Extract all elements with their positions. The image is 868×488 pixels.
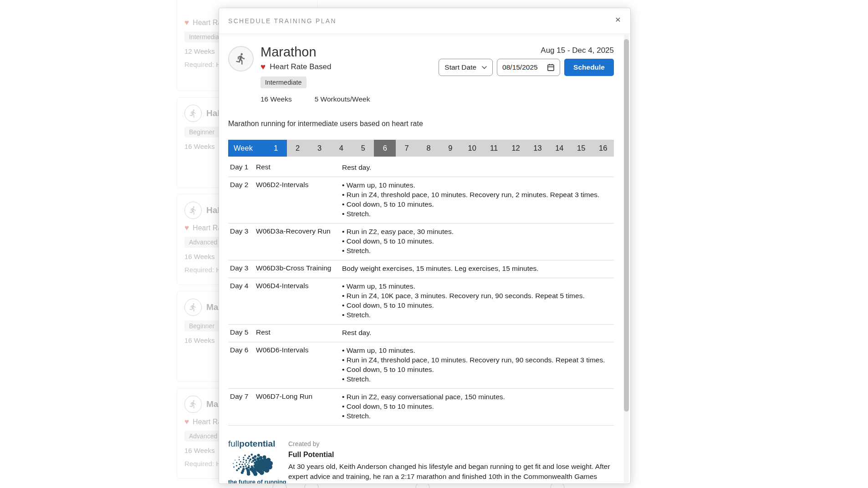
day-cell: Day 3 [230, 264, 256, 274]
creator-bio: At 30 years old, Keith Anderson changed … [288, 462, 614, 484]
plan-avatar [228, 46, 254, 71]
week-tab-13[interactable]: 13 [527, 140, 549, 157]
description-line: • Cool down, 5 to 10 minutes. [342, 402, 614, 411]
schedule-button[interactable]: Schedule [564, 59, 614, 76]
background-weeks: 16 Weeks [184, 336, 214, 344]
week-tab-9[interactable]: 9 [439, 140, 461, 157]
week-tab-14[interactable]: 14 [548, 140, 570, 157]
description-line: • Cool down, 5 to 10 minutes. [342, 200, 614, 208]
spiral-dots-logo-icon [228, 451, 276, 478]
week-label: Week [228, 140, 265, 157]
background-weeks: 16 Weeks [184, 142, 214, 150]
week-tab-2[interactable]: 2 [287, 140, 309, 157]
table-row: Day 1RestRest day. [228, 159, 614, 177]
week-tab-1[interactable]: 1 [265, 140, 287, 157]
modal-scrollbar-thumb[interactable] [624, 39, 629, 412]
week-tab-15[interactable]: 15 [570, 140, 592, 157]
week-tab-4[interactable]: 4 [331, 140, 352, 157]
created-by-label: Created by [288, 440, 614, 447]
plan-title: Marathon [260, 45, 370, 60]
background-weeks: 12 Weeks [184, 47, 214, 55]
start-date-input[interactable]: 08/15/2025 [497, 59, 560, 76]
day-cell: Day 3 [230, 227, 256, 256]
plan-summary-row: Marathon ♥ Heart Rate Based Intermediate… [228, 45, 614, 103]
description-line: Rest day. [342, 328, 614, 337]
modal-scrollbar-track[interactable] [624, 35, 629, 483]
description-line: Body weight exercises, 15 minutes. Leg e… [342, 264, 614, 273]
week-tab-12[interactable]: 12 [505, 140, 527, 157]
table-row: Day 3W06D3b-Cross TrainingBody weight ex… [228, 260, 614, 278]
plan-frequency: 5 Workouts/Week [315, 95, 370, 103]
fullpotential-logo: fullpotential the future of running www.… [228, 439, 279, 484]
workout-name-cell: W06D7-Long Run [256, 392, 342, 421]
plan-table: Day 1RestRest day.Day 2W06D2-Intervals• … [228, 159, 614, 426]
table-row: Day 2W06D2-Intervals• Warm up, 10 minute… [228, 177, 614, 224]
week-tab-16[interactable]: 16 [592, 140, 614, 157]
start-date-value: 08/15/2025 [502, 63, 538, 71]
description-line: • Stretch. [342, 246, 614, 255]
description-line: • Run in Z4, 10K pace, 3 minutes. Recove… [342, 291, 614, 300]
day-cell: Day 5 [230, 328, 256, 338]
description-line: • Warm up, 15 minutes. [342, 282, 614, 290]
creator-info: Created by Full Potential At 30 years ol… [288, 439, 614, 484]
week-tab-6[interactable]: 6 [374, 140, 396, 157]
background-level-badge: Beginner [184, 320, 219, 331]
table-row: Day 4W06D4-Intervals• Warm up, 15 minute… [228, 278, 614, 325]
workout-description-cell: Rest day. [342, 328, 614, 338]
day-cell: Day 7 [230, 392, 256, 421]
workout-description-cell: • Warm up, 15 minutes.• Run in Z4, 10K p… [342, 282, 614, 320]
heart-icon: ♥ [184, 417, 189, 427]
week-tab-bar: Week 12345678910111213141516 [228, 140, 614, 157]
description-line: • Cool down, 5 to 10 minutes. [342, 237, 614, 245]
workout-description-cell: Rest day. [342, 163, 614, 173]
workout-name-cell: W06D2-Intervals [256, 181, 342, 219]
day-cell: Day 1 [230, 163, 256, 173]
close-icon[interactable]: × [613, 15, 623, 24]
logo-word-bold: potential [239, 439, 275, 448]
schedule-training-plan-modal: SCHEDULE TRAINING PLAN × Marathon ♥ Hear… [219, 8, 631, 484]
week-tab-7[interactable]: 7 [396, 140, 418, 157]
runner-icon [235, 52, 247, 65]
week-tab-5[interactable]: 5 [352, 140, 374, 157]
table-row: Day 7W06D7-Long Run• Run in Z2, easy con… [228, 389, 614, 426]
workout-description-cell: • Warm up, 10 minutes.• Run in Z4, thres… [342, 181, 614, 219]
heart-icon: ♥ [184, 224, 189, 233]
description-line: • Stretch. [342, 209, 614, 218]
date-range-label: Aug 15 - Dec 4, 2025 [541, 46, 614, 55]
description-line: • Warm up, 10 minutes. [342, 346, 614, 355]
workout-name-cell: W06D4-Intervals [256, 282, 342, 320]
runner-icon [184, 202, 202, 219]
plan-description: Marathon running for intermediate users … [228, 120, 614, 128]
heart-icon: ♥ [260, 62, 266, 71]
description-line: • Stretch. [342, 412, 614, 420]
logo-wordmark: fullpotential [228, 439, 279, 449]
modal-header: SCHEDULE TRAINING PLAN [219, 8, 630, 34]
background-level-badge: Beginner [184, 127, 219, 137]
week-tab-8[interactable]: 8 [418, 140, 439, 157]
description-line: • Cool down, 5 to 10 minutes. [342, 365, 614, 374]
background-weeks: 16 Weeks [184, 253, 214, 260]
week-tab-10[interactable]: 10 [461, 140, 483, 157]
workout-name-cell: Rest [256, 328, 342, 338]
level-badge: Intermediate [260, 76, 306, 88]
workout-name-cell: W06D3b-Cross Training [256, 264, 342, 274]
description-line: • Run in Z2, easy conversational pace, 1… [342, 392, 614, 401]
plan-info: Marathon ♥ Heart Rate Based Intermediate… [260, 45, 370, 103]
workout-description-cell: Body weight exercises, 15 minutes. Leg e… [342, 264, 614, 274]
start-date-select[interactable]: Start Date [439, 59, 493, 76]
table-row: Day 3W06D3a-Recovery Run• Run in Z2, eas… [228, 224, 614, 260]
modal-title: SCHEDULE TRAINING PLAN [228, 17, 337, 25]
description-line: • Run in Z4, threshold pace, 10 minutes.… [342, 356, 614, 364]
description-line: • Stretch. [342, 310, 614, 319]
description-line: • Run in Z2, easy pace, 30 minutes. [342, 227, 614, 236]
week-tab-11[interactable]: 11 [483, 140, 505, 157]
modal-content: Marathon ♥ Heart Rate Based Intermediate… [219, 34, 630, 484]
background-level-badge: Advanced [184, 431, 222, 442]
background-weeks: 16 Weeks [184, 447, 214, 454]
workout-description-cell: • Run in Z2, easy pace, 30 minutes.• Coo… [342, 227, 614, 256]
day-cell: Day 4 [230, 282, 256, 320]
creator-footer: fullpotential the future of running www.… [228, 439, 614, 484]
plan-weeks: 16 Weeks [260, 95, 292, 103]
runner-icon [184, 299, 202, 316]
week-tab-3[interactable]: 3 [309, 140, 331, 157]
